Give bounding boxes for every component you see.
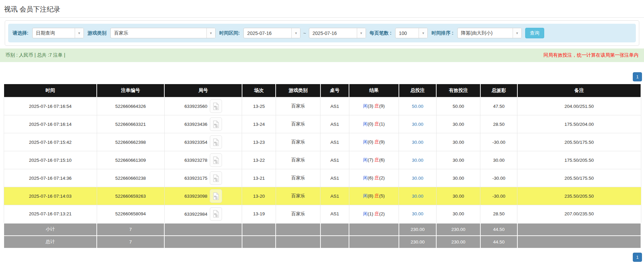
total-bet-link[interactable]: 50.00 xyxy=(412,104,423,109)
query-mode-select[interactable]: 日期查询 ▼ xyxy=(32,28,84,38)
header-result: 结果 xyxy=(349,84,399,97)
summary-empty xyxy=(276,223,320,236)
table-header-row: 时间 注单编号 局号 场次 游戏类别 桌号 结果 总投注 有效投注 总派彩 备注 xyxy=(4,84,641,97)
total-bet-link[interactable]: 30.00 xyxy=(412,176,423,181)
cell-total-bet: 50.00 xyxy=(399,97,437,115)
page-size-value: 100 xyxy=(395,28,419,38)
cell-valid-bet: 50.00 xyxy=(436,97,480,115)
header-note: 备注 xyxy=(517,84,641,97)
result-banker-label: 庄 xyxy=(374,175,379,180)
summary-payout: 44.50 xyxy=(480,236,517,248)
same-round-notice: 同局有效投注，统一计算在该局第一张注单内 xyxy=(544,52,639,58)
cell-game-type: 百家乐 xyxy=(276,115,320,133)
query-mode-label: 请选择: xyxy=(12,30,30,36)
cell-total-bet: 30.00 xyxy=(399,151,437,169)
currency-total-text: 币别 : 人民币 | 总共 :7 注单 | xyxy=(5,52,65,58)
date-to-value: 2025-07-16 xyxy=(309,28,357,38)
result-banker-score: (5) xyxy=(379,193,385,198)
page-1-button[interactable]: 1 xyxy=(633,72,642,81)
page-size-select[interactable]: 100 ▼ xyxy=(395,28,428,38)
video-replay-button[interactable] xyxy=(210,189,222,203)
cell-result: 闲(7) 庄(6) xyxy=(349,151,399,169)
cell-note: 205.50/175.50 xyxy=(517,169,641,187)
cell-result: 闲(3) 庄(9) xyxy=(349,97,399,115)
cell-game-type: 百家乐 xyxy=(276,205,320,223)
header-valid-bet: 有效投注 xyxy=(436,84,480,97)
table-row: 2025-07-16 07:15:42 522660662398 6339233… xyxy=(4,133,641,151)
round-id-text: 633923354 xyxy=(184,140,207,145)
date-from-value: 2025-07-16 xyxy=(244,28,291,38)
summary-empty xyxy=(320,236,349,248)
total-bet-link[interactable]: 30.00 xyxy=(412,140,423,145)
info-bar: 币别 : 人民币 | 总共 :7 注单 | 同局有效投注，统一计算在该局第一张注… xyxy=(0,48,644,62)
video-replay-button[interactable] xyxy=(210,117,222,131)
cell-round-id: 633923175 xyxy=(164,169,242,187)
search-button[interactable]: 查询 xyxy=(525,28,544,38)
chevron-down-icon[interactable]: ▼ xyxy=(206,28,215,38)
cell-note: 175.50/205.50 xyxy=(517,151,641,169)
cell-note: 175.50/204.00 xyxy=(517,115,641,133)
cell-bet-id: 522660659263 xyxy=(97,187,164,205)
total-bet-link[interactable]: 30.00 xyxy=(412,122,423,127)
cell-payout: -30.00 xyxy=(480,133,517,151)
summary-empty xyxy=(242,223,276,236)
total-bet-link[interactable]: 30.00 xyxy=(412,211,423,216)
video-replay-icon xyxy=(212,210,219,218)
date-to-select[interactable]: 2025-07-16 ▼ xyxy=(309,28,366,38)
time-sort-label: 时间排序 : xyxy=(430,30,455,36)
video-replay-button[interactable] xyxy=(210,207,222,221)
round-id-text: 633922984 xyxy=(184,211,207,216)
chevron-down-icon[interactable]: ▼ xyxy=(513,28,521,38)
cell-valid-bet: 30.00 xyxy=(436,187,480,205)
summary-empty xyxy=(320,223,349,236)
total-bet-link[interactable]: 30.00 xyxy=(412,158,423,163)
table-row: 2025-07-16 07:16:54 522660664326 6339235… xyxy=(4,97,641,115)
cell-bet-id: 522660658094 xyxy=(97,205,164,223)
cell-time: 2025-07-16 07:16:54 xyxy=(4,97,97,115)
total-bet-link[interactable]: 30.00 xyxy=(412,194,423,199)
result-banker-label: 庄 xyxy=(374,103,379,109)
cell-game-type: 百家乐 xyxy=(276,187,320,205)
cell-result: 闲(0) 庄(1) xyxy=(349,115,399,133)
table-row: 2025-07-16 07:14:36 522660660238 6339231… xyxy=(4,169,641,187)
filter-panel: 请选择: 日期查询 ▼ 游戏类别 百家乐 ▼ 时间区间: 2025-07-16 … xyxy=(5,20,639,46)
date-from-select[interactable]: 2025-07-16 ▼ xyxy=(243,28,300,38)
video-replay-icon xyxy=(212,102,219,110)
summary-count: 7 xyxy=(97,236,164,248)
cell-bet-id: 522660663321 xyxy=(97,115,164,133)
cell-time: 2025-07-16 07:16:14 xyxy=(4,115,97,133)
header-total-bet: 总投注 xyxy=(399,84,437,97)
result-banker-label: 庄 xyxy=(374,157,379,162)
chevron-down-icon[interactable]: ▼ xyxy=(357,28,366,38)
game-type-label: 游戏类别 xyxy=(87,30,108,36)
video-replay-button[interactable] xyxy=(210,171,222,185)
time-sort-select[interactable]: 降冪(由大到小) ▼ xyxy=(457,28,522,38)
page-1-button[interactable]: 1 xyxy=(633,253,642,262)
cell-result: 闲(8) 庄(5) xyxy=(349,187,399,205)
cell-time: 2025-07-16 07:14:03 xyxy=(4,187,97,205)
chevron-down-icon[interactable]: ▼ xyxy=(291,28,300,38)
cell-bet-id: 522660660238 xyxy=(97,169,164,187)
summary-valid-bet: 230.00 xyxy=(436,223,480,236)
cell-total-bet: 30.00 xyxy=(399,169,437,187)
summary-row: 小计 7 230.00 230.00 44.50 xyxy=(4,223,641,236)
cell-note: 205.50/175.50 xyxy=(517,133,641,151)
cell-round-id: 633922984 xyxy=(164,205,242,223)
video-replay-icon xyxy=(212,120,219,128)
cell-game-type: 百家乐 xyxy=(276,169,320,187)
cell-payout: 30.00 xyxy=(480,151,517,169)
video-replay-button[interactable] xyxy=(210,99,222,113)
chevron-down-icon[interactable]: ▼ xyxy=(419,28,427,38)
video-replay-button[interactable] xyxy=(210,153,222,167)
game-type-select[interactable]: 百家乐 ▼ xyxy=(110,28,216,38)
cell-table-no: AS1 xyxy=(320,169,349,187)
result-player-label: 闲 xyxy=(363,139,368,144)
bet-records-table: 时间 注单编号 局号 场次 游戏类别 桌号 结果 总投注 有效投注 总派彩 备注… xyxy=(3,84,641,249)
result-banker-score: (1) xyxy=(379,121,385,126)
cell-payout: 28.50 xyxy=(480,115,517,133)
chevron-down-icon[interactable]: ▼ xyxy=(75,28,84,38)
cell-valid-bet: 30.00 xyxy=(436,115,480,133)
video-replay-button[interactable] xyxy=(210,135,222,149)
cell-note: 204.00/251.50 xyxy=(517,97,641,115)
cell-round-id: 633923354 xyxy=(164,133,242,151)
